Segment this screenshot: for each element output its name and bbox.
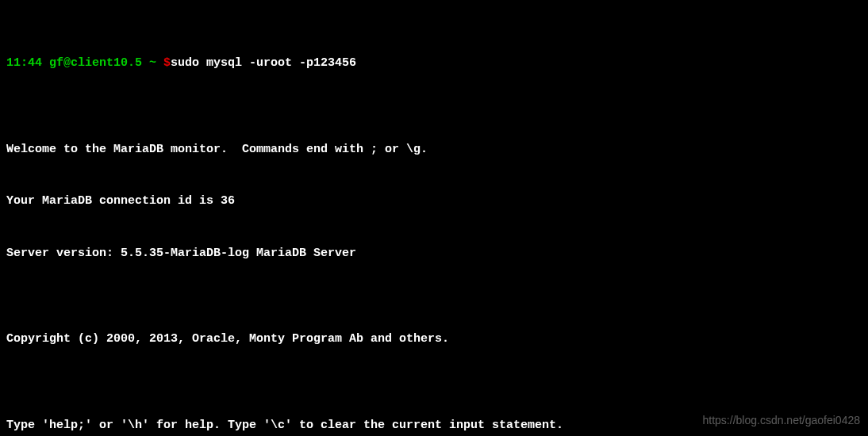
banner-copyright: Copyright (c) 2000, 2013, Oracle, Monty … bbox=[6, 331, 862, 348]
banner-conn-id: Your MariaDB connection id is 36 bbox=[6, 193, 862, 210]
entered-command: sudo mysql -uroot -p123456 bbox=[171, 56, 356, 70]
clock-time: 11:44 bbox=[6, 56, 42, 70]
shell-prompt-line: 11:44 gf@client10.5 ~ $sudo mysql -uroot… bbox=[6, 55, 862, 72]
terminal-window[interactable]: 11:44 gf@client10.5 ~ $sudo mysql -uroot… bbox=[0, 0, 868, 436]
user-host: gf@client10.5 ~ bbox=[49, 56, 163, 70]
prompt-symbol: $ bbox=[163, 56, 171, 70]
banner-version: Server version: 5.5.35-MariaDB-log Maria… bbox=[6, 245, 862, 262]
banner-welcome: Welcome to the MariaDB monitor. Commands… bbox=[6, 141, 862, 159]
banner-help: Type 'help;' or '\h' for help. Type '\c'… bbox=[6, 417, 862, 434]
